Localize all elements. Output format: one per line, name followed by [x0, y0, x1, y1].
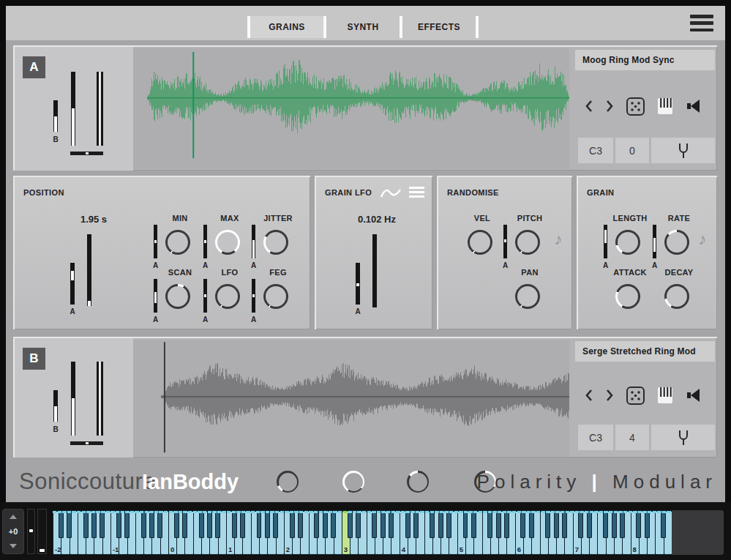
black-key[interactable]	[636, 510, 641, 538]
black-key[interactable]	[430, 510, 435, 538]
feg-knob[interactable]	[263, 284, 288, 309]
black-key[interactable]	[323, 510, 328, 538]
pan-slider[interactable]	[97, 362, 103, 436]
random-sample-button[interactable]	[625, 96, 645, 116]
audition-button[interactable]	[685, 387, 704, 404]
black-key[interactable]	[578, 510, 583, 538]
waveform-canvas[interactable]	[133, 48, 569, 169]
pitch-sync-button[interactable]: ♪	[550, 230, 567, 249]
prev-sample-button[interactable]	[582, 97, 596, 115]
fine-tune-cell[interactable]	[651, 425, 715, 450]
next-sample-button[interactable]	[603, 97, 616, 115]
black-key[interactable]	[240, 510, 245, 538]
vel-knob[interactable]	[468, 230, 492, 255]
lfo-rate-slider[interactable]	[372, 234, 377, 307]
black-key[interactable]	[504, 510, 509, 538]
macro-knob-2[interactable]	[342, 471, 364, 493]
jitter-knob[interactable]	[263, 230, 288, 255]
black-key[interactable]	[207, 510, 212, 538]
macro-knob-1[interactable]	[277, 471, 299, 493]
attack-knob[interactable]	[615, 284, 640, 309]
black-key[interactable]	[116, 510, 121, 538]
black-key[interactable]	[372, 510, 377, 538]
layer-b-waveform[interactable]	[133, 340, 569, 456]
black-key[interactable]	[149, 510, 154, 538]
mod-amount-slider[interactable]	[203, 279, 207, 313]
min-knob[interactable]	[165, 230, 190, 255]
lfo-mod-slider[interactable]	[356, 263, 360, 305]
black-key[interactable]	[554, 510, 559, 538]
black-key[interactable]	[405, 510, 411, 538]
black-key[interactable]	[100, 510, 105, 538]
keymap-button[interactable]	[656, 97, 675, 116]
black-key[interactable]	[356, 510, 361, 538]
mix-slider[interactable]	[53, 390, 58, 422]
black-key[interactable]	[157, 510, 162, 538]
mod-amount-slider[interactable]	[154, 279, 157, 313]
black-key[interactable]	[265, 510, 270, 538]
black-key[interactable]	[446, 510, 451, 538]
tab-grains[interactable]: GRAINS	[250, 16, 323, 38]
black-key[interactable]	[620, 510, 625, 538]
black-key[interactable]	[314, 510, 319, 538]
position-main-slider[interactable]	[87, 234, 91, 306]
pan-knob[interactable]	[515, 284, 540, 309]
scan-knob[interactable]	[165, 284, 190, 309]
tab-synth[interactable]: SYNTH	[326, 16, 400, 38]
black-key[interactable]	[562, 510, 567, 538]
mod-amount-slider[interactable]	[252, 279, 255, 313]
black-key[interactable]	[83, 510, 89, 538]
black-key[interactable]	[199, 510, 204, 538]
lfo-menu-button[interactable]	[408, 186, 424, 198]
pan-slider[interactable]	[97, 72, 103, 146]
macro-knob-3[interactable]	[407, 471, 429, 493]
black-key[interactable]	[215, 510, 220, 538]
black-key[interactable]	[381, 510, 386, 538]
keyboard-zoom-slider[interactable]	[37, 509, 47, 554]
mod-amount-slider[interactable]	[503, 225, 507, 258]
black-key[interactable]	[587, 510, 592, 538]
black-key[interactable]	[529, 510, 534, 538]
waveform-canvas[interactable]	[133, 340, 569, 456]
position-mod-slider[interactable]	[70, 263, 75, 305]
pitch-knob[interactable]	[515, 230, 540, 255]
lfo-shape-button[interactable]	[379, 184, 402, 201]
black-key[interactable]	[603, 510, 608, 538]
black-key[interactable]	[545, 510, 550, 538]
black-key[interactable]	[141, 510, 146, 538]
rate-knob[interactable]	[664, 230, 689, 255]
preset-name[interactable]: Moog Ring Mod Sync	[575, 50, 715, 70]
black-key[interactable]	[471, 510, 476, 538]
prev-sample-button[interactable]	[582, 387, 596, 404]
level-slider[interactable]	[71, 72, 75, 146]
black-key[interactable]	[661, 510, 666, 538]
preset-name[interactable]: Serge Stretched Ring Mod	[575, 341, 715, 362]
audition-button[interactable]	[685, 97, 704, 115]
keymap-button[interactable]	[656, 386, 675, 405]
tab-effects[interactable]: EFFECTS	[402, 16, 476, 38]
black-key[interactable]	[273, 510, 278, 538]
black-key[interactable]	[520, 510, 525, 538]
lfo-knob[interactable]	[215, 284, 240, 309]
black-key[interactable]	[91, 510, 97, 538]
fine-tune-cell[interactable]	[651, 138, 715, 163]
black-key[interactable]	[413, 510, 419, 538]
tune-cell[interactable]: 4	[615, 425, 649, 450]
black-key[interactable]	[174, 510, 179, 538]
mix-slider[interactable]	[53, 100, 58, 132]
black-key[interactable]	[298, 510, 303, 538]
black-key[interactable]	[645, 510, 650, 538]
root-key-cell[interactable]: C3	[578, 425, 613, 450]
mod-amount-slider[interactable]	[252, 225, 255, 258]
length-knob[interactable]	[615, 230, 640, 255]
black-key[interactable]	[389, 510, 394, 538]
random-sample-button[interactable]	[625, 385, 645, 406]
decay-knob[interactable]	[664, 284, 689, 309]
black-key[interactable]	[438, 510, 443, 538]
next-sample-button[interactable]	[603, 387, 616, 404]
hamburger-icon[interactable]	[690, 15, 713, 31]
black-key[interactable]	[348, 510, 353, 538]
black-key[interactable]	[59, 510, 64, 538]
black-key[interactable]	[290, 510, 295, 538]
mod-amount-slider[interactable]	[154, 225, 157, 258]
